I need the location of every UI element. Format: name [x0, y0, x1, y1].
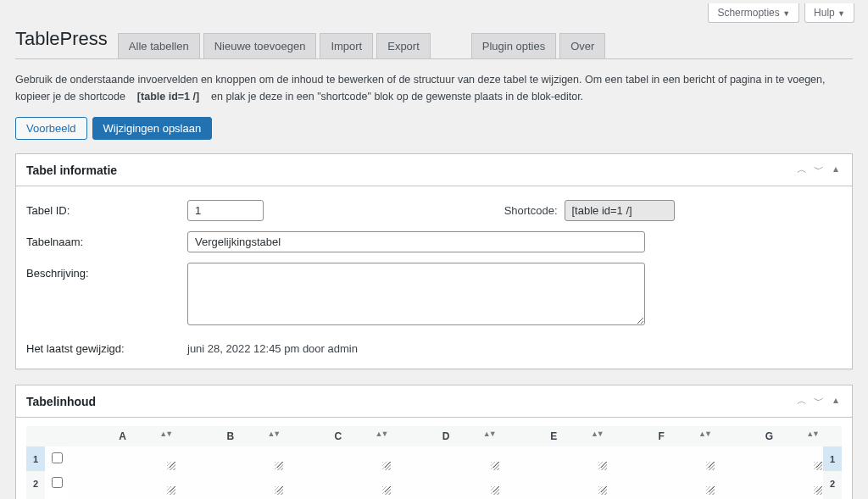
cell [284, 446, 392, 471]
row-number[interactable]: 1 [26, 446, 45, 471]
cell-input[interactable] [284, 446, 392, 469]
table-id-input[interactable] [187, 200, 264, 221]
row-number[interactable]: 1 [823, 446, 842, 471]
cell [715, 496, 823, 499]
cell [69, 496, 176, 499]
row-number[interactable]: 3 [823, 496, 842, 499]
tab-export[interactable]: Export [376, 33, 431, 58]
cell-input[interactable] [284, 471, 392, 493]
intro-text: Gebruik de onderstaande invoervelden en … [15, 71, 853, 105]
cell-input[interactable] [176, 496, 284, 499]
description-label: Beschrijving: [26, 263, 187, 280]
cell [500, 446, 608, 471]
cell-input[interactable] [69, 496, 176, 499]
row-checkbox[interactable] [52, 477, 63, 488]
tab-plugin-options[interactable]: Plugin opties [471, 33, 556, 58]
tab-add-new[interactable]: Nieuwe toevoegen [203, 33, 317, 58]
cell-input[interactable] [284, 496, 392, 499]
save-button[interactable]: Wijzigingen opslaan [92, 117, 213, 140]
col-header-A[interactable]: A▲▼ [69, 426, 176, 446]
cell-input[interactable] [715, 496, 823, 499]
cell-input[interactable] [392, 446, 499, 469]
screen-options-button[interactable]: Schermopties ▼ [708, 3, 799, 23]
col-header-B[interactable]: B▲▼ [176, 426, 284, 446]
col-header-E[interactable]: E▲▼ [500, 426, 608, 446]
cell [608, 446, 715, 471]
cell [69, 446, 176, 471]
cell-input[interactable] [500, 471, 608, 493]
col-header-F[interactable]: F▲▼ [608, 426, 715, 446]
cell-input[interactable] [69, 471, 176, 493]
col-header-G[interactable]: G▲▼ [715, 426, 823, 446]
table-row: 22 [26, 471, 842, 496]
cell-input[interactable] [608, 496, 715, 499]
col-header-D[interactable]: D▲▼ [392, 426, 499, 446]
cell-input[interactable] [176, 446, 284, 469]
panel-up-icon[interactable]: ︿ [796, 394, 808, 408]
tab-about[interactable]: Over [559, 33, 605, 58]
cell-input[interactable] [715, 446, 823, 469]
row-number[interactable]: 3 [26, 496, 45, 499]
row-number[interactable]: 2 [26, 471, 45, 496]
table-id-label: Tabel ID: [26, 200, 187, 217]
shortcode-input[interactable] [565, 200, 675, 221]
last-modified-value: juni 28, 2022 12:45 pm door admin [187, 338, 842, 355]
cell [715, 446, 823, 471]
cell-input[interactable] [500, 446, 608, 469]
table-content-panel: Tabelinhoud ︿ ﹀ ▴ A▲▼ B▲ [15, 385, 853, 499]
cell-input[interactable] [715, 471, 823, 493]
panel-title: Tabelinhoud [26, 395, 96, 408]
table-row: 11 [26, 446, 842, 471]
tab-all-tables[interactable]: Alle tabellen [118, 33, 200, 58]
cell [284, 471, 392, 496]
panel-toggle-icon[interactable]: ▴ [830, 163, 842, 177]
cell [176, 496, 284, 499]
cell [392, 471, 499, 496]
col-header-C[interactable]: C▲▼ [284, 426, 392, 446]
panel-down-icon[interactable]: ﹀ [813, 163, 825, 177]
cell [284, 496, 392, 499]
help-button[interactable]: Hulp ▼ [804, 3, 854, 23]
cell [608, 471, 715, 496]
table-name-label: Tabelnaam: [26, 231, 187, 248]
cell [715, 471, 823, 496]
preview-button[interactable]: Voorbeeld [15, 117, 87, 140]
screen-meta: Schermopties ▼ Hulp ▼ [0, 0, 868, 23]
shortcode-example: [table id=1 /] [137, 91, 199, 103]
row-checkbox[interactable] [52, 452, 63, 463]
cell-input[interactable] [500, 496, 608, 499]
cell-input[interactable] [608, 446, 715, 469]
cell-input[interactable] [69, 446, 176, 469]
cell [500, 496, 608, 499]
page-header: TablePress Alle tabellen Nieuwe toevoege… [15, 23, 853, 59]
cell-input[interactable] [392, 496, 499, 499]
cell [176, 446, 284, 471]
table-row: 33 [26, 496, 842, 499]
cell-input[interactable] [392, 471, 499, 493]
cell-input[interactable] [608, 471, 715, 493]
table-info-panel: Tabel informatie ︿ ﹀ ▴ Tabel ID: Shortco… [15, 153, 853, 369]
panel-toggle-icon[interactable]: ▴ [830, 394, 842, 408]
description-input[interactable] [187, 263, 645, 325]
cell [69, 471, 176, 496]
cell-input[interactable] [176, 471, 284, 493]
page-title: TablePress [15, 23, 108, 58]
table-name-input[interactable] [187, 231, 645, 252]
cell [176, 471, 284, 496]
panel-down-icon[interactable]: ﹀ [813, 394, 825, 408]
tab-import[interactable]: Import [320, 33, 373, 58]
shortcode-label: Shortcode: [504, 204, 558, 217]
panel-up-icon[interactable]: ︿ [796, 163, 808, 177]
row-number[interactable]: 2 [823, 471, 842, 496]
cell [608, 496, 715, 499]
editor-table: A▲▼ B▲▼ C▲▼ D▲▼ E▲▼ F▲▼ G▲▼ 1122334455 [26, 426, 842, 499]
panel-title: Tabel informatie [26, 164, 117, 177]
cell [392, 496, 499, 499]
last-modified-label: Het laatst gewijzigd: [26, 338, 187, 355]
cell [500, 471, 608, 496]
cell [392, 446, 499, 471]
